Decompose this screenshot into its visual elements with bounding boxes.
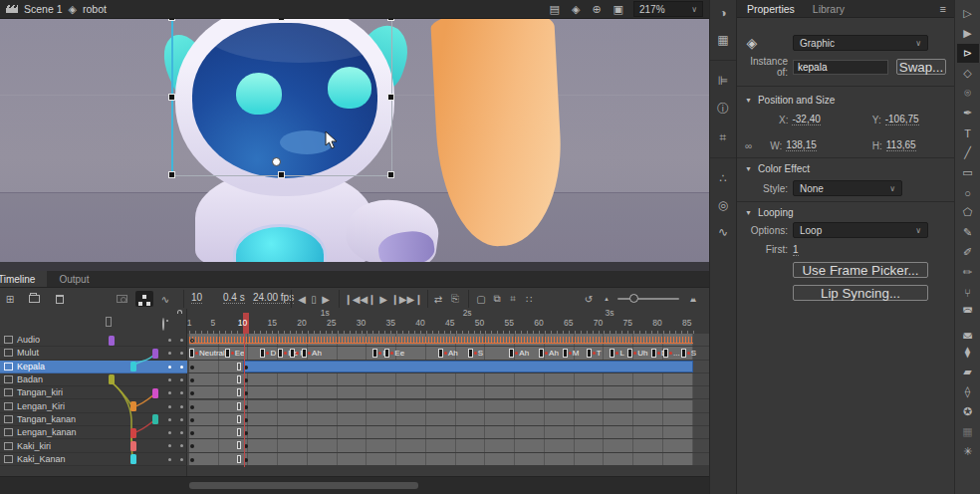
stage-canvas[interactable] — [0, 19, 709, 271]
frame-span[interactable] — [189, 453, 693, 465]
next-frame-button[interactable]: ❙▶ — [391, 291, 406, 307]
phoneme-keyframe[interactable]: ... — [663, 348, 680, 359]
x-value[interactable]: -32,40 — [792, 114, 820, 125]
pencil-tool[interactable]: ✎ — [957, 223, 979, 242]
transform-handle-top-mid[interactable] — [278, 19, 285, 21]
layer-visibility-dot[interactable] — [168, 378, 171, 381]
y-value[interactable]: -106,75 — [885, 114, 919, 125]
frames-row-Tangan_kanan[interactable] — [187, 413, 709, 426]
classic-brush-tool[interactable]: ✏ — [957, 263, 979, 282]
transformation-point[interactable] — [272, 157, 281, 166]
lip-syncing-button[interactable]: Lip Syncing... — [793, 285, 928, 301]
layer-row-Kaki_Kanan[interactable]: Kaki_Kanan — [0, 453, 187, 466]
frames-row-Lengan_Kiri[interactable] — [187, 400, 709, 413]
layer-lock-dot[interactable] — [180, 339, 183, 342]
selected-frame-span[interactable] — [243, 361, 693, 372]
panel-menu-icon[interactable]: ≡ — [940, 3, 946, 15]
new-folder-button[interactable] — [26, 291, 42, 307]
frame-span[interactable] — [189, 400, 693, 412]
eyedropper-tool[interactable]: ⧫ — [957, 343, 979, 362]
frames-row-Kaki_Kanan[interactable] — [187, 453, 709, 466]
phoneme-keyframe[interactable]: Ah — [302, 348, 322, 359]
use-frame-picker-button[interactable]: Use Frame Picker... — [793, 262, 928, 278]
swap-button[interactable]: Swap... — [896, 59, 946, 75]
first-frame-button[interactable]: ❙◀ — [345, 291, 360, 307]
onion-skin-button[interactable]: ▢ — [474, 291, 488, 307]
current-frame-value[interactable]: 10 — [191, 292, 202, 304]
instance-name-field[interactable] — [793, 60, 888, 75]
line-tool[interactable]: ╱ — [957, 143, 979, 162]
frame-span[interactable] — [189, 426, 693, 438]
paint-bucket-tool[interactable]: ◚ — [957, 303, 979, 322]
timeline-zoom-in-button[interactable]: ▴▴ — [683, 291, 701, 307]
color-panel-icon[interactable]: ◑ — [713, 6, 733, 20]
prev-frame-button[interactable]: ◀❙ — [361, 291, 375, 307]
layer-parent-swatch[interactable] — [130, 454, 136, 464]
center-frame-icon[interactable]: ⊕ — [592, 4, 601, 15]
hand-tool[interactable]: ✳ — [957, 442, 979, 461]
layer-parent-swatch[interactable] — [152, 414, 158, 424]
phoneme-keyframe[interactable]: Ah — [539, 348, 559, 359]
symbol-type-select[interactable]: Graphic ∨ — [793, 35, 928, 51]
layer-lock-dot[interactable] — [180, 431, 183, 434]
swatches-panel-icon[interactable]: ▦ — [713, 33, 733, 47]
phoneme-keyframe[interactable]: L — [610, 348, 623, 359]
layer-parent-swatch[interactable] — [130, 441, 136, 451]
transform-handle-left-mid[interactable] — [168, 94, 175, 101]
phoneme-keyframe[interactable]: T — [587, 348, 602, 359]
step-forward-button[interactable]: ▶ — [320, 291, 332, 307]
tab-properties[interactable]: Properties — [747, 3, 795, 15]
free-transform-tool[interactable]: ⊳ — [957, 44, 979, 63]
layer-row-Tangan_kiri[interactable]: Tangan_kiri — [0, 386, 187, 399]
phoneme-keyframe[interactable]: Ah — [509, 348, 529, 359]
horizontal-scrollbar-thumb[interactable] — [189, 482, 418, 489]
tab-timeline[interactable]: Timeline — [0, 271, 47, 287]
color-style-select[interactable]: None ∨ — [793, 180, 902, 196]
camera-toggle-icon[interactable] — [114, 291, 129, 307]
first-frame-value[interactable]: 1 — [793, 244, 799, 256]
layer-lock-dot[interactable] — [180, 418, 183, 421]
width-tool[interactable]: ⟠ — [957, 382, 979, 401]
layer-parent-swatch[interactable] — [130, 428, 136, 438]
frames-row-Tangan_kiri[interactable] — [187, 386, 709, 399]
layer-visibility-dot[interactable] — [168, 444, 171, 447]
section-color-effect[interactable]: ▼ Color Effect — [745, 163, 810, 174]
breadcrumb-symbol[interactable]: robot — [83, 3, 107, 15]
layer-lock-dot[interactable] — [180, 458, 183, 461]
transform-handle-bottom-left[interactable] — [168, 171, 175, 178]
phoneme-keyframe[interactable]: Uh — [627, 348, 647, 359]
align-panel-icon[interactable]: ⊫ — [713, 74, 733, 88]
layer-parent-swatch[interactable] — [152, 388, 158, 398]
frames-row-Lengan_kanan[interactable] — [187, 426, 709, 439]
text-tool[interactable]: T — [957, 124, 979, 142]
gradient-transform-tool[interactable]: ◇ — [957, 64, 979, 83]
tab-library[interactable]: Library — [813, 3, 845, 15]
camera-tool[interactable]: ▦ — [957, 422, 979, 441]
frame-span[interactable] — [189, 386, 693, 398]
frames-row-Audio[interactable] — [187, 334, 709, 347]
stage-zoom-select[interactable]: 217% ∨ — [633, 1, 703, 17]
layer-row-Badan[interactable]: Badan — [0, 373, 187, 386]
subselection-tool[interactable]: ▶ — [957, 24, 979, 43]
reset-timeline-zoom-button[interactable]: ↺ — [582, 291, 596, 307]
transform-panel-icon[interactable]: ⌗ — [713, 130, 733, 144]
layer-visibility-dot[interactable] — [168, 391, 171, 394]
timeline-zoom-out-button[interactable]: ▴ — [601, 291, 612, 307]
section-looping[interactable]: ▼ Looping — [745, 207, 794, 218]
edit-multiple-frames-button[interactable]: ⌗ — [506, 291, 520, 307]
transform-handle-top-left[interactable] — [168, 19, 175, 21]
paint-brush-tool[interactable]: ✐ — [957, 243, 979, 262]
layer-parent-swatch[interactable] — [109, 374, 115, 384]
motion-editor-panel-icon[interactable]: ∿ — [713, 225, 733, 239]
asset-warp-tool[interactable]: ✪ — [957, 402, 979, 421]
layer-parent-swatch[interactable] — [130, 362, 136, 371]
show-hide-all-layers-icon[interactable] — [162, 319, 164, 330]
transform-handle-bottom-right[interactable] — [387, 171, 394, 178]
layer-lock-dot[interactable] — [180, 391, 183, 394]
timeline-zoom-knob[interactable] — [629, 294, 638, 303]
eraser-tool[interactable]: ▰ — [957, 363, 979, 381]
frames-row-Mulut[interactable]: NeutralEeDEeFAhDEeAhSAhAhMTLUhD...S — [187, 347, 709, 360]
width-height-link-icon[interactable]: ∞ — [745, 140, 752, 151]
frames-row-Badan[interactable] — [187, 373, 709, 386]
elapsed-time-value[interactable]: 0.4 s — [223, 292, 245, 304]
